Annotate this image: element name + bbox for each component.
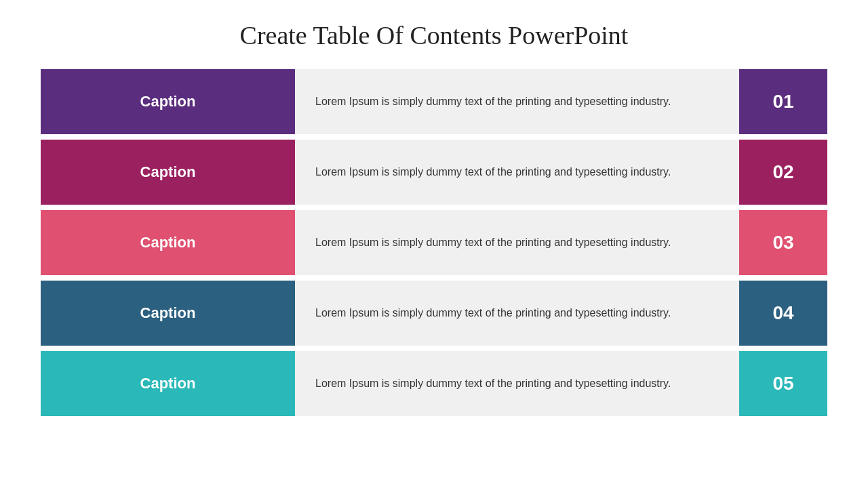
table-row-5: CaptionLorem Ipsum is simply dummy text … (41, 351, 827, 416)
table-row-2: CaptionLorem Ipsum is simply dummy text … (41, 140, 827, 205)
description-cell-4: Lorem Ipsum is simply dummy text of the … (295, 281, 739, 346)
table-row-3: CaptionLorem Ipsum is simply dummy text … (41, 210, 827, 275)
description-cell-3: Lorem Ipsum is simply dummy text of the … (295, 210, 739, 275)
caption-cell-5: Caption (41, 351, 295, 416)
number-cell-1: 01 (739, 69, 827, 134)
number-cell-5: 05 (739, 351, 827, 416)
number-cell-4: 04 (739, 281, 827, 346)
slide-title: Create Table Of Contents PowerPoint (240, 20, 629, 50)
number-cell-3: 03 (739, 210, 827, 275)
table-of-contents: CaptionLorem Ipsum is simply dummy text … (41, 69, 827, 416)
caption-cell-1: Caption (41, 69, 295, 134)
description-cell-1: Lorem Ipsum is simply dummy text of the … (295, 69, 739, 134)
number-cell-2: 02 (739, 140, 827, 205)
caption-cell-2: Caption (41, 140, 295, 205)
description-cell-2: Lorem Ipsum is simply dummy text of the … (295, 140, 739, 205)
table-row-1: CaptionLorem Ipsum is simply dummy text … (41, 69, 827, 134)
caption-cell-4: Caption (41, 281, 295, 346)
slide: Create Table Of Contents PowerPoint Capt… (0, 0, 868, 488)
caption-cell-3: Caption (41, 210, 295, 275)
table-row-4: CaptionLorem Ipsum is simply dummy text … (41, 281, 827, 346)
description-cell-5: Lorem Ipsum is simply dummy text of the … (295, 351, 739, 416)
